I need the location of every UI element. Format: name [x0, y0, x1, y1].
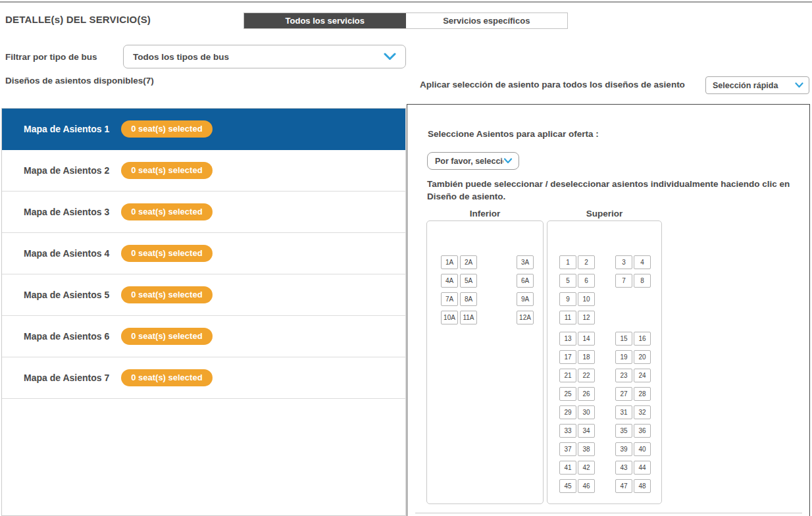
seat[interactable]: 27 — [615, 387, 632, 401]
seat[interactable]: 45 — [559, 479, 576, 493]
seat[interactable]: 4A — [441, 274, 458, 288]
seat[interactable]: 34 — [578, 424, 595, 438]
seat[interactable]: 46 — [578, 479, 595, 493]
seat[interactable]: 22 — [578, 369, 595, 382]
quick-select-dropdown[interactable]: Selección rápida — [705, 76, 809, 94]
seat-map-list-item[interactable]: Mapa de Asientos 10 seat(s) selected — [2, 109, 405, 150]
deck-title-superior: Superior — [547, 209, 662, 219]
seat[interactable]: 12A — [517, 311, 534, 324]
quick-select-value: Selección rápida — [713, 81, 795, 90]
seat[interactable]: 24 — [634, 369, 651, 382]
seat[interactable]: 18 — [578, 350, 595, 364]
seat[interactable]: 35 — [615, 424, 632, 438]
seat-map-name: Mapa de Asientos 5 — [24, 290, 109, 300]
seat-map-list-item[interactable]: Mapa de Asientos 60 seat(s) selected — [2, 316, 405, 357]
seat-count-badge: 0 seat(s) selected — [121, 286, 212, 303]
seat[interactable]: 11A — [460, 311, 477, 324]
seat[interactable]: 40 — [634, 442, 651, 456]
seat[interactable]: 11 — [559, 311, 576, 324]
seat-map-name: Mapa de Asientos 4 — [24, 248, 109, 259]
seat-map-name: Mapa de Asientos 2 — [24, 165, 109, 176]
seat[interactable]: 28 — [634, 387, 651, 401]
seat-map-list-item[interactable]: Mapa de Asientos 50 seat(s) selected — [2, 274, 405, 316]
seat[interactable]: 4 — [634, 255, 651, 269]
seat-map-list-item[interactable]: Mapa de Asientos 20 seat(s) selected — [2, 150, 405, 192]
offer-panel-title: Seleccione Asientos para aplicar oferta … — [428, 129, 599, 139]
seat[interactable]: 7 — [615, 274, 632, 288]
seat[interactable]: 2 — [578, 255, 595, 269]
chevron-down-icon — [795, 82, 803, 88]
seat[interactable]: 47 — [615, 479, 632, 493]
seat-map-name: Mapa de Asientos 6 — [24, 331, 109, 342]
seat[interactable]: 39 — [615, 442, 632, 456]
seat[interactable]: 10A — [441, 311, 458, 324]
seat-count-badge: 0 seat(s) selected — [121, 203, 212, 220]
seat[interactable]: 9A — [517, 292, 534, 306]
deck-superior: 1234567891011121314151617181920212223242… — [547, 220, 662, 504]
seat-count-badge: 0 seat(s) selected — [121, 120, 212, 138]
seat[interactable]: 8A — [460, 292, 477, 306]
tab-servicios-especificos[interactable]: Servicios específicos — [406, 13, 568, 28]
deck-title-inferior: Inferior — [426, 209, 544, 219]
seat-map-list: Mapa de Asientos 10 seat(s) selectedMapa… — [1, 108, 406, 516]
apply-selection-label: Aplicar selección de asiento para todos … — [420, 80, 685, 90]
seat[interactable]: 25 — [559, 387, 576, 401]
seat[interactable]: 1 — [559, 255, 576, 269]
seat[interactable]: 13 — [559, 332, 576, 346]
seat[interactable]: 1A — [441, 255, 458, 269]
seat[interactable]: 5A — [460, 274, 477, 288]
seat[interactable]: 38 — [578, 442, 595, 456]
seat[interactable]: 14 — [578, 332, 595, 346]
seat[interactable]: 36 — [634, 424, 651, 438]
seat[interactable]: 48 — [634, 479, 651, 493]
seat[interactable]: 9 — [559, 292, 576, 306]
seat[interactable]: 20 — [634, 350, 651, 364]
seat[interactable]: 23 — [615, 369, 632, 382]
seat[interactable]: 8 — [634, 274, 651, 288]
seat[interactable]: 17 — [559, 350, 576, 364]
bus-type-select-value: Todos los tipos de bus — [133, 52, 384, 62]
available-layouts-label: Diseños de asientos disponibles(7) — [5, 76, 154, 86]
seat[interactable]: 6A — [517, 274, 534, 288]
deck-inferior: 1A2A3A4A5A6A7A8A9A10A11A12A — [426, 220, 544, 504]
seat[interactable]: 26 — [578, 387, 595, 401]
seat[interactable]: 7A — [441, 292, 458, 306]
seat[interactable]: 5 — [559, 274, 576, 288]
seat-map-list-item[interactable]: Mapa de Asientos 30 seat(s) selected — [2, 192, 405, 233]
seat[interactable]: 44 — [634, 461, 651, 475]
chevron-down-icon — [503, 158, 513, 164]
seat[interactable]: 41 — [559, 461, 576, 475]
offer-seat-select[interactable]: Por favor, selecciona — [427, 152, 519, 170]
seat-map-list-item[interactable]: Mapa de Asientos 40 seat(s) selected — [2, 233, 405, 274]
seat[interactable]: 30 — [578, 405, 595, 419]
seat[interactable]: 19 — [615, 350, 632, 364]
offer-seat-select-value: Por favor, selecciona — [435, 157, 503, 166]
seat[interactable]: 16 — [634, 332, 651, 346]
tab-todos-los-servicios[interactable]: Todos los servicios — [244, 13, 406, 28]
seat-count-badge: 0 seat(s) selected — [121, 162, 212, 179]
seat[interactable]: 29 — [559, 405, 576, 419]
seat[interactable]: 6 — [578, 274, 595, 288]
seat[interactable]: 3 — [615, 255, 632, 269]
seat[interactable]: 21 — [559, 369, 576, 382]
chevron-down-icon — [384, 53, 396, 61]
seat[interactable]: 42 — [578, 461, 595, 475]
seat[interactable]: 37 — [559, 442, 576, 456]
seat[interactable]: 43 — [615, 461, 632, 475]
seat-count-badge: 0 seat(s) selected — [121, 328, 212, 345]
seat-map-name: Mapa de Asientos 7 — [24, 373, 109, 383]
seat[interactable]: 2A — [460, 255, 477, 269]
offer-panel: Seleccione Asientos para aplicar oferta … — [407, 104, 810, 516]
seat[interactable]: 10 — [578, 292, 595, 306]
seat-map-name: Mapa de Asientos 3 — [24, 207, 109, 217]
seat[interactable]: 12 — [578, 311, 595, 324]
seat-map-list-item[interactable]: Mapa de Asientos 70 seat(s) selected — [2, 357, 405, 399]
seat[interactable]: 15 — [615, 332, 632, 346]
seat-map-name: Mapa de Asientos 1 — [24, 124, 109, 134]
seat[interactable]: 3A — [517, 255, 534, 269]
seat[interactable]: 31 — [615, 405, 632, 419]
seat-count-badge: 0 seat(s) selected — [121, 369, 212, 386]
seat[interactable]: 32 — [634, 405, 651, 419]
bus-type-select[interactable]: Todos los tipos de bus — [123, 45, 406, 68]
seat[interactable]: 33 — [559, 424, 576, 438]
